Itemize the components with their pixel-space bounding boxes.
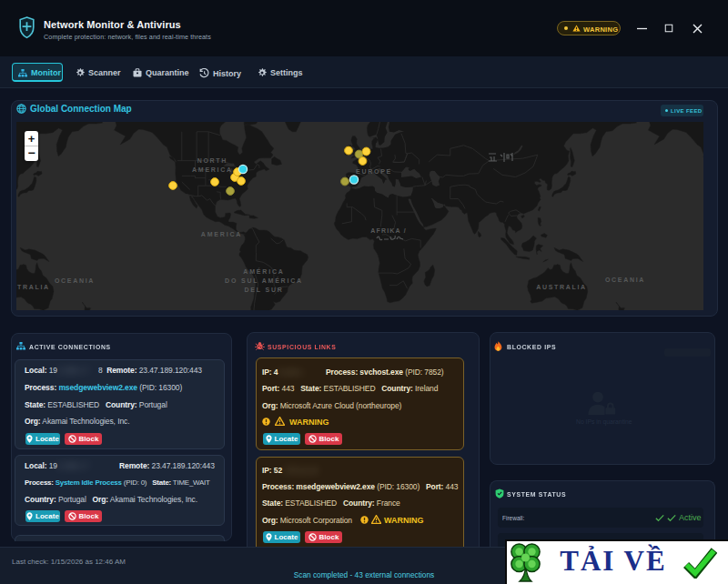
svg-text:NORTH: NORTH xyxy=(197,157,228,164)
svg-text:AMERICA: AMERICA xyxy=(201,231,242,237)
svg-text:OCEANIA: OCEANIA xyxy=(55,277,95,284)
svg-text:AMERICA: AMERICA xyxy=(192,166,233,173)
svg-text:AFRIKA /: AFRIKA / xyxy=(370,227,407,234)
svg-text:EUROPE: EUROPE xyxy=(356,168,392,175)
svg-text:DO SUL AMÉRICA: DO SUL AMÉRICA xyxy=(225,277,303,284)
svg-text:AUSTRALIA: AUSTRALIA xyxy=(536,284,587,290)
svg-text:DEL SUR: DEL SUR xyxy=(244,287,283,293)
svg-text:AUSTRALIA: AUSTRALIA xyxy=(16,284,50,290)
svg-text:AMÉRICA: AMÉRICA xyxy=(243,267,284,275)
svg-text:OCEANIA: OCEANIA xyxy=(605,277,645,283)
